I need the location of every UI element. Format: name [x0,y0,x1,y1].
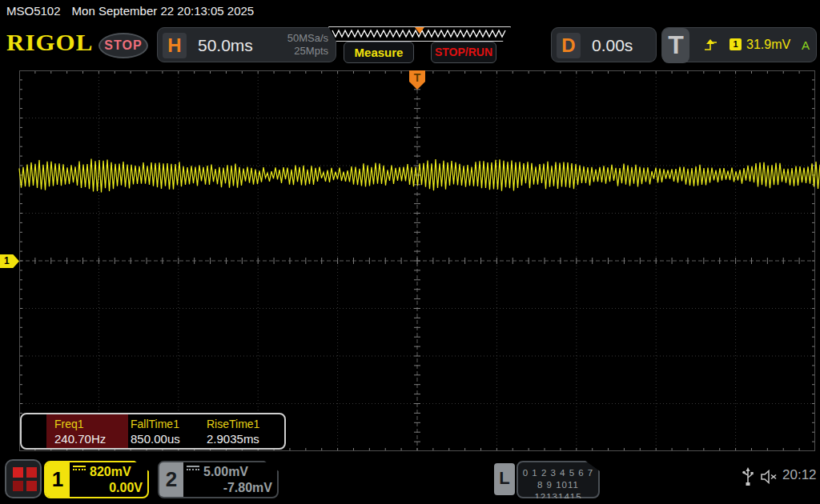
measure-button[interactable]: Measure [344,42,414,63]
speaker-mute-icon[interactable] [760,470,779,484]
acquisition-status-badge: STOP [98,33,148,58]
channel1-status-block[interactable]: 1 820mV 0.00V [44,461,149,498]
sample-rate-memdepth: 50MSa/s 25Mpts [287,32,328,58]
logic-channels-row1: 0 1 2 3 4 5 6 7 [518,467,598,479]
memory-depth: 25Mpts [287,45,328,58]
trigger-label: T [662,28,689,63]
trigger-mode-auto: A [802,38,810,52]
logic-channels-row2: 8 9 1011 12131415 [518,479,598,503]
dc-coupling-icon [187,466,199,474]
graticule [19,70,815,451]
channel1-offset-marker[interactable]: 1 [0,254,19,268]
measurement-label: FallTime1 [131,418,179,430]
usb-icon [742,467,754,486]
clock: 20:12 [782,467,817,483]
channel2-status-block[interactable]: 2 5.00mV -7.80mV [158,461,279,498]
logic-analyzer-badge[interactable]: L [494,463,515,495]
sample-rate: 50MSa/s [287,32,328,45]
logic-channels-block[interactable]: 0 1 2 3 4 5 6 7 8 9 1011 12131415 [517,461,600,498]
function-menu-button[interactable] [5,459,42,498]
dc-coupling-icon [73,466,86,474]
menu-grid-icon [13,481,23,491]
measurement-value: 850.00us [131,432,180,446]
trigger-settings-block[interactable]: T 1 31.9mV A [661,27,817,62]
menu-grid-icon [13,467,23,478]
delay-label: D [557,33,581,58]
preview-trigger-position-icon [415,27,424,34]
horizontal-settings-block[interactable]: H 50.0ms 50MSa/s 25Mpts [157,27,336,62]
channel1-offset: 0.00V [73,480,143,496]
model-name: MSO5102 [6,4,61,18]
rising-edge-trigger-icon [704,38,718,52]
channel2-offset: -7.80mV [187,480,272,496]
horizontal-label: H [163,33,187,58]
stop-run-button[interactable]: STOP/RUN [431,42,496,63]
trigger-level-value: 31.9mV [746,38,790,52]
measurement-value: 240.70Hz [54,432,106,446]
menu-grid-icon [26,481,37,491]
menu-grid-icon [26,467,37,478]
channel2-scale: 5.00mV [203,465,248,478]
channel2-badge[interactable]: 2 [159,462,183,497]
delay-value: 0.00s [592,36,633,55]
timebase-value: 50.0ms [198,36,253,55]
channel1-scale: 820mV [90,465,131,478]
measurements-panel[interactable]: Freq1 240.70Hz FallTime1 850.00us RiseTi… [20,413,286,450]
measurement-label: RiseTime1 [207,418,259,430]
measurement-value: 2.9035ms [207,432,259,446]
rigol-logo: RIGOL [6,30,93,56]
trigger-source-badge: 1 [730,38,742,50]
datetime-text: Mon September 22 20:13:05 2025 [72,4,255,18]
title-bar: MSO5102Mon September 22 20:13:05 2025 [6,4,254,18]
channel1-badge[interactable]: 1 [46,462,70,497]
measurement-label: Freq1 [54,418,84,430]
delay-settings-block[interactable]: D 0.00s [551,27,657,62]
